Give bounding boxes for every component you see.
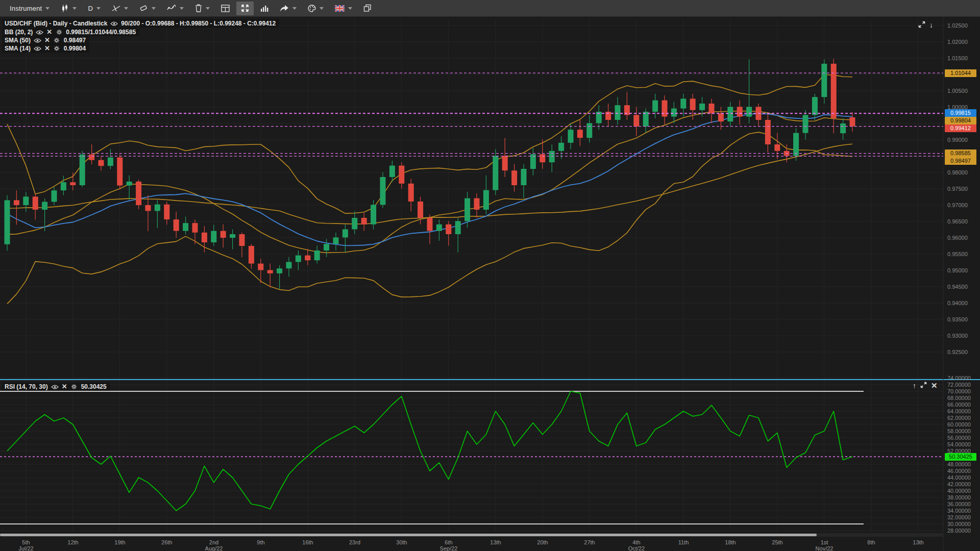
- palette-icon: [308, 5, 316, 12]
- time-axis-label: 1stNov/22: [816, 539, 834, 551]
- rsi-axis-label: 48.00000: [947, 461, 971, 467]
- time-axis-label: 13th: [913, 539, 923, 545]
- candle-59: [558, 143, 564, 151]
- indicator-row-sma-2: SMA (14)✕0.99804: [2, 44, 89, 53]
- chevron-down-icon: [348, 7, 352, 10]
- trading-platform-window: InstrumentD USD/CHF (Bid) - Daily - Cand…: [0, 0, 980, 551]
- rsi-axis-label: 56.00000: [947, 435, 971, 441]
- candle-32: [305, 256, 310, 261]
- price-chart-canvas[interactable]: [0, 17, 980, 551]
- settings-gear-icon[interactable]: [70, 384, 78, 390]
- candle-8: [80, 155, 85, 185]
- candle-12: [117, 158, 122, 186]
- price-badge-0.99412: 0.99412: [945, 124, 976, 132]
- candle-67: [633, 115, 639, 126]
- chevron-down-icon: [292, 7, 297, 10]
- expand-pane-icon[interactable]: [918, 21, 925, 29]
- visibility-eye-icon[interactable]: [110, 20, 118, 27]
- candle-5: [52, 190, 57, 202]
- rsi-axis-label: 62.00000: [947, 415, 971, 421]
- layout-grid-icon: [221, 5, 230, 12]
- candle-11: [108, 158, 113, 166]
- duplicate-chart-button[interactable]: [359, 2, 376, 15]
- price-axis-label: 0.98000: [947, 169, 968, 176]
- visibility-eye-icon[interactable]: [34, 37, 41, 44]
- candle-31: [296, 256, 301, 262]
- candle-48: [455, 221, 461, 234]
- delete-objects-button[interactable]: [190, 2, 214, 15]
- candle-50: [474, 198, 480, 210]
- rsi-axis-label: 72.00000: [947, 382, 971, 388]
- remove-indicator-icon[interactable]: ✕: [46, 30, 52, 35]
- indicators-tool-button[interactable]: [162, 2, 188, 15]
- candle-88: [831, 64, 837, 118]
- share-button[interactable]: [275, 2, 301, 15]
- chevron-down-icon: [320, 7, 324, 10]
- settings-gear-icon[interactable]: [55, 29, 63, 36]
- candle-10: [99, 160, 104, 166]
- candle-45: [427, 218, 433, 231]
- trendline-tool-button[interactable]: [107, 2, 133, 15]
- price-badge-0.98497: 0.98497: [945, 157, 976, 165]
- price-axis-label: 0.92500: [947, 349, 968, 355]
- candle-27: [258, 264, 263, 270]
- settings-gear-icon[interactable]: [53, 45, 61, 52]
- chart-type-button[interactable]: [56, 2, 81, 15]
- indicator-value: 0.99815/1.01044/0.98585: [66, 29, 136, 36]
- candle-33: [314, 251, 320, 260]
- settings-gear-icon[interactable]: [53, 37, 61, 44]
- time-scrollbar-thumb[interactable]: [0, 534, 817, 536]
- rsi-axis-label: 54.00000: [947, 441, 971, 447]
- remove-indicator-icon[interactable]: ✕: [62, 384, 67, 389]
- candle-25: [239, 234, 245, 246]
- candle-4: [42, 202, 47, 210]
- visibility-eye-icon[interactable]: [34, 45, 41, 52]
- candle-3: [33, 196, 38, 210]
- time-axis-label: 8th: [867, 539, 875, 545]
- candle-55: [521, 169, 527, 185]
- candle-21: [202, 233, 207, 242]
- candle-65: [615, 105, 621, 120]
- eraser-tool-button[interactable]: [135, 2, 160, 15]
- share-arrow-icon: [280, 5, 289, 12]
- fullscreen-button[interactable]: [236, 2, 254, 15]
- candle-77: [727, 107, 733, 121]
- candle-40: [380, 177, 386, 205]
- candle-30: [286, 262, 292, 268]
- visibility-eye-icon[interactable]: [51, 384, 59, 390]
- expand-pane-icon[interactable]: [920, 382, 927, 389]
- indicator-label: BB (20, 2): [5, 29, 33, 36]
- candle-26: [249, 246, 254, 264]
- rsi-axis-label: 74.00000: [947, 375, 971, 381]
- candle-16: [155, 205, 160, 211]
- candle-78: [737, 107, 743, 116]
- ohlc-bar-info: 90/200 - O:0.99688 - H:0.99850 - L:0.992…: [121, 20, 276, 27]
- scroll-to-latest-icon[interactable]: ↓: [929, 21, 933, 29]
- time-axis-label: 5thJul/22: [18, 539, 33, 551]
- remove-indicator-icon[interactable]: ✕: [44, 46, 50, 51]
- visibility-eye-icon[interactable]: [36, 29, 43, 36]
- close-pane-icon[interactable]: ✕: [931, 382, 938, 389]
- candle-7: [70, 182, 76, 185]
- language-button[interactable]: [330, 2, 357, 15]
- colors-button[interactable]: [303, 2, 328, 15]
- instrument-selector[interactable]: Instrument: [5, 2, 54, 15]
- candle-15: [145, 205, 151, 211]
- candle-28: [267, 270, 273, 273]
- candle-49: [464, 198, 470, 221]
- chart-area[interactable]: USD/CHF (Bid) - Daily - Candlestick 90/2…: [0, 17, 980, 551]
- volume-button[interactable]: [256, 2, 273, 15]
- remove-indicator-icon[interactable]: ✕: [44, 38, 50, 43]
- time-axis-label: 25th: [772, 539, 782, 545]
- price-axis-label: 0.93000: [947, 333, 968, 339]
- candle-19: [183, 223, 188, 231]
- candle-60: [568, 130, 574, 143]
- toolbar: InstrumentD: [0, 0, 980, 17]
- layout-button[interactable]: [216, 2, 234, 15]
- rsi-axis-label: 36.00000: [947, 501, 971, 507]
- candle-42: [399, 166, 404, 184]
- timeframe-button[interactable]: D: [83, 2, 105, 15]
- candle-1: [14, 200, 19, 205]
- time-axis-label: 20th: [537, 539, 548, 545]
- move-pane-up-icon[interactable]: ↑: [913, 382, 916, 389]
